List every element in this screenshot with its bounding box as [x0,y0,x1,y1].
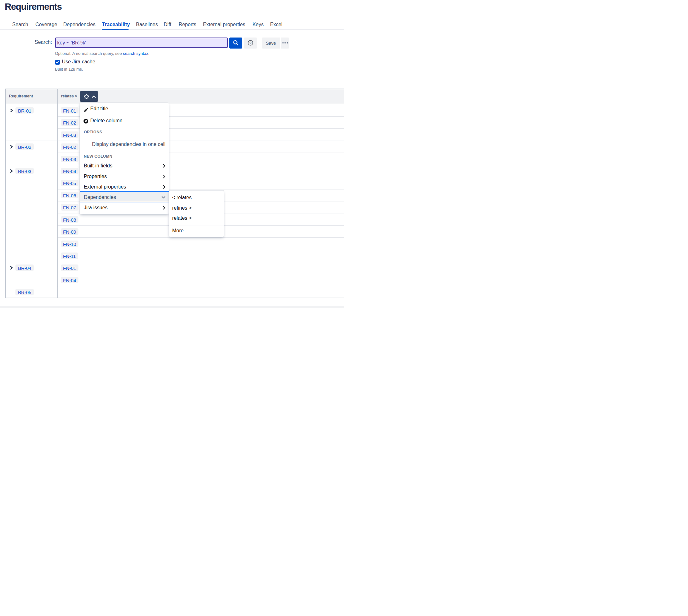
svg-text:?: ? [249,41,251,45]
